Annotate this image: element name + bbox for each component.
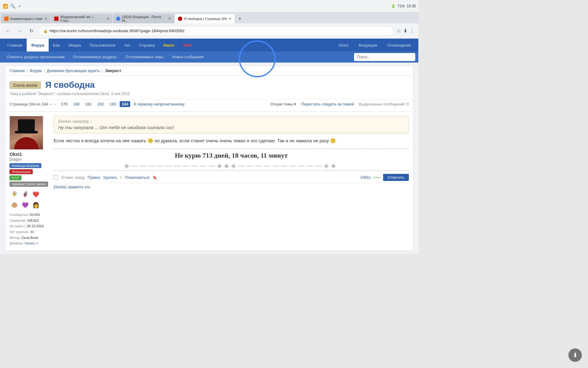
search-input[interactable] [354, 53, 415, 61]
forward-button[interactable]: → [15, 27, 24, 35]
messages-label: Сообщения: [9, 213, 29, 217]
emblem-4: 🐵 [9, 200, 19, 210]
options-button[interactable]: Опции темы ▾ [270, 102, 296, 106]
pagination-row: Страница 184 из 184 ‹ ← 179 180 181 182 … [9, 99, 409, 109]
breadcrumb-current: Эверест [105, 68, 121, 73]
badge-label-3: V.I.P [9, 175, 21, 180]
nav-media[interactable]: Медиа [64, 39, 85, 52]
post-content: Elenka1 сказал(а): ↑ Ну ты напугала ... … [54, 116, 409, 246]
tab-favicon-4 [178, 17, 182, 21]
nav-forum[interactable]: Форум [27, 39, 48, 52]
page-link-184[interactable]: 184 [120, 101, 130, 107]
nav-main[interactable]: Главная [3, 39, 27, 52]
tab-moderator[interactable]: Модераторский чат. | Стра... ✕ [51, 14, 112, 23]
bookmark-button[interactable]: ☆ [397, 28, 401, 34]
page-link-181[interactable]: 181 [83, 101, 94, 107]
subnav-mark-read[interactable]: Отметить разделы прочитанными [3, 52, 68, 63]
info-icon[interactable]: ℹ [120, 175, 122, 180]
search-icon[interactable]: 🔍 [10, 3, 15, 9]
page-ellipsis: ← [53, 102, 57, 106]
badge-inquisition[interactable]: Инквизиция [9, 169, 49, 175]
user-sidebar: Oksi1 Dragon Команда форума Инквизиция V… [9, 116, 49, 246]
highlighted-count: Выделенных сообщений: 0 [359, 102, 409, 106]
sympathy-label: Симпатии: [9, 219, 26, 222]
nav-inbox[interactable]: Входящие [354, 39, 382, 52]
nav-alerts[interactable]: Оповещения [383, 39, 415, 52]
breadcrumb-forum[interactable]: Форум [30, 68, 42, 73]
tab-favicon-1 [4, 17, 9, 21]
breadcrumb: Главная › Форум › Дневники бросающих кур… [5, 66, 413, 76]
nav-sos[interactable]: sos [179, 39, 196, 52]
report-link[interactable]: Пожаловаться [125, 175, 150, 180]
tab-close-2[interactable]: ✕ [106, 17, 109, 21]
tab-close-4[interactable]: ✕ [228, 17, 232, 21]
badge-admiral[interactable]: Адмирал Сухого закона [9, 181, 49, 188]
breadcrumb-sep-1: › [26, 68, 28, 73]
post-plus[interactable]: +++ [374, 175, 380, 180]
page-link-182[interactable]: 182 [96, 101, 106, 107]
tab-favicon-3 [116, 17, 120, 21]
post-number: #3661 [360, 175, 371, 180]
breadcrumb-main[interactable]: Главная [9, 68, 24, 73]
subnav-new-messages[interactable]: Новые сообщения [168, 52, 207, 63]
subnav-watched-forums[interactable]: Отслеживаемые разделы [70, 52, 121, 63]
emblem-6: 👩 [31, 200, 41, 210]
nav-right: Oksi1 Входящие Оповещения [334, 39, 415, 52]
bookmark-icon[interactable]: 🔖 [153, 175, 157, 180]
post-checkbox[interactable] [54, 175, 58, 180]
badge-forum-team[interactable]: Команда форума [9, 163, 49, 169]
nav-ban[interactable]: Бан [49, 39, 64, 52]
diary-link[interactable]: Читать » [24, 241, 38, 245]
user-stats: Сообщения: 50.693 Симпатии: 148.601 Не к… [9, 212, 49, 246]
user-title: Dragon [9, 157, 49, 162]
nav-help[interactable]: Справка [135, 39, 159, 52]
menu-button[interactable]: ⋮ [410, 28, 415, 34]
thread-header: Сила воли Я свободна Тема в разделе "Эве… [5, 76, 413, 112]
emblem-2: 🦸 [20, 190, 30, 199]
subnav-watched-threads[interactable]: Отслеживаемые темы [122, 52, 167, 63]
badge-vip[interactable]: V.I.P [9, 175, 49, 181]
nav-user[interactable]: Oksi1 [334, 39, 353, 52]
download-button[interactable]: ⬇ [403, 28, 407, 34]
edit-link[interactable]: Правка [88, 175, 100, 180]
new-tab-button[interactable]: + [235, 14, 244, 23]
breadcrumb-sep-2: › [43, 68, 45, 73]
thread-title: Я свободна [45, 80, 95, 90]
check-icon: ✓ [17, 3, 23, 9]
refresh-button[interactable]: ↻ [27, 27, 36, 35]
tab-label-1: Комментарии к теме [10, 17, 43, 21]
likes-user-link[interactable]: Elenka1 нравится это. [54, 185, 91, 189]
page-link-183[interactable]: 183 [108, 101, 118, 107]
post-footer-right: #3661 +++ Ответить [360, 174, 409, 181]
likes-row: Elenka1 нравится это. [54, 183, 409, 189]
nav-nakat[interactable]: Накат [159, 39, 179, 52]
battery-area: 🔋 71% 15:35 [391, 4, 416, 8]
nav-chat[interactable]: Чат [120, 39, 135, 52]
years-value: 31 [30, 230, 34, 234]
thread-meta: Тема в разделе "Эверест", создана пользо… [9, 92, 409, 96]
post-area: Oksi1 Dragon Команда форума Инквизиция V… [5, 112, 413, 251]
first-unread-link[interactable]: К первому непрочитанному [132, 101, 187, 107]
battery-level: 71% [398, 4, 405, 8]
tab-close-3[interactable]: ✕ [168, 17, 171, 21]
badge-label-2: Инквизиция [9, 169, 33, 174]
reply-button[interactable]: Ответить [383, 174, 409, 181]
back-button[interactable]: ← [4, 27, 12, 35]
url-field[interactable]: 🔒 https://ne-kurim.ru/forum/threads/ja-s… [39, 26, 394, 36]
page-arrow-prev[interactable]: ‹ [50, 102, 51, 106]
breadcrumb-diaries[interactable]: Дневники бросающих курить [47, 68, 100, 73]
tabs-bar: Комментарии к теме ✕ Модераторский чат. … [0, 12, 418, 23]
delete-link[interactable]: Удалить [103, 175, 117, 180]
unfollow-button[interactable]: Перестать следить за темой [301, 102, 354, 106]
badge-label-4: Адмирал Сухого закона [9, 182, 48, 187]
sympathy-value: 148.601 [27, 219, 39, 222]
tab-thread[interactable]: Я свободна | Страница 184 ✕ [175, 14, 235, 23]
tab-close-1[interactable]: ✕ [44, 17, 47, 21]
tab-comments[interactable]: Комментарии к теме ✕ [1, 14, 51, 23]
tab-inbox[interactable]: (2816) Входящие - Почта М... ✕ [113, 14, 174, 23]
page-link-1[interactable]: 179 [59, 101, 70, 107]
diary-label: Дневник: [9, 241, 24, 245]
quote-author: Elenka1 сказал(а): ↑ [58, 119, 404, 124]
nav-users[interactable]: Пользователи [85, 39, 120, 52]
page-link-180[interactable]: 180 [71, 101, 81, 107]
